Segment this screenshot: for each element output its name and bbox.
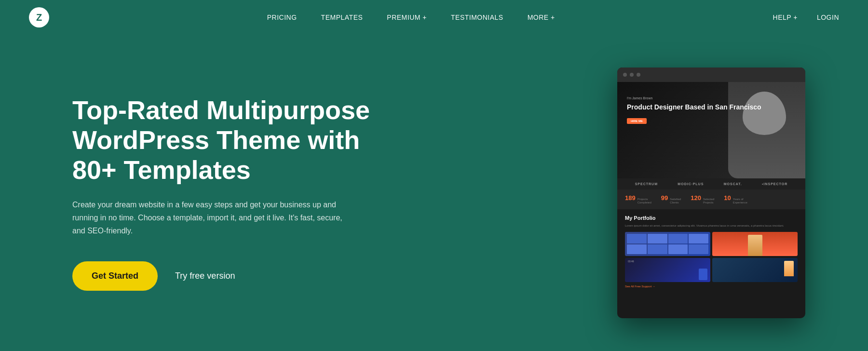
browser-dot-green bbox=[637, 73, 640, 77]
nav-right: HELP + LOGIN bbox=[773, 14, 839, 21]
portfolio-heading: Product Designer Based in San Francisco bbox=[627, 103, 761, 111]
get-started-button[interactable]: Get Started bbox=[72, 261, 158, 291]
stat-num-clients: 99 bbox=[661, 194, 668, 202]
browser-dot-red bbox=[623, 73, 627, 77]
hero-buttons: Get Started Try free version bbox=[72, 261, 410, 291]
stat-projects: 189 ProjectsCompleted bbox=[625, 194, 651, 204]
portfolio-thumb-3: 03:46 bbox=[625, 258, 710, 282]
logo[interactable]: Z bbox=[29, 7, 49, 27]
portfolio-hero: I'm James Brown Product Designer Based i… bbox=[617, 82, 805, 178]
stat-label-projects: ProjectsCompleted bbox=[637, 198, 651, 204]
partner-logo-3: MOSCAT. bbox=[724, 182, 742, 186]
stat-num-selected: 120 bbox=[691, 194, 701, 202]
portfolio-section-title: My Portfolio bbox=[625, 215, 798, 221]
stat-num-years: 10 bbox=[724, 194, 731, 202]
hero-subtitle: Create your dream website in a few easy … bbox=[72, 198, 352, 238]
portfolio-thumb-1 bbox=[625, 232, 710, 256]
partner-logo-2: MODIC·Plus bbox=[678, 182, 704, 186]
hero-content: Top-Rated Multipurpose WordPress Theme w… bbox=[72, 95, 410, 291]
hero-visual: I'm James Brown Product Designer Based i… bbox=[410, 35, 820, 351]
nav-item-help[interactable]: HELP + bbox=[773, 14, 798, 21]
nav-item-premium[interactable]: PREMIUM + bbox=[387, 14, 427, 21]
stat-clients: 99 SatisfiedClients bbox=[661, 194, 681, 204]
stat-selected: 120 SelectedProjects bbox=[691, 194, 714, 204]
navbar: Z PRICING TEMPLATES PREMIUM + TESTIMONIA… bbox=[0, 0, 868, 35]
portfolio-name-label: I'm James Brown bbox=[627, 96, 761, 100]
browser-body: I'm James Brown Product Designer Based i… bbox=[617, 82, 805, 318]
stats-bar: 189 ProjectsCompleted 99 SatisfiedClient… bbox=[617, 189, 805, 209]
nav-center: PRICING TEMPLATES PREMIUM + TESTIMONIALS… bbox=[267, 14, 555, 21]
portfolio-thumb-4 bbox=[712, 258, 798, 282]
nav-item-testimonials[interactable]: TESTIMONIALS bbox=[451, 14, 503, 21]
nav-item-pricing[interactable]: PRICING bbox=[267, 14, 297, 21]
nav-item-more[interactable]: MORE + bbox=[528, 14, 555, 21]
portfolio-description: Lorem ipsum dolor sit amet, consectetur … bbox=[625, 224, 798, 228]
partner-logos-bar: SPECTRUM MODIC·Plus MOSCAT. •Inspector bbox=[617, 178, 805, 189]
stat-label-selected: SelectedProjects bbox=[703, 198, 714, 204]
hero-title: Top-Rated Multipurpose WordPress Theme w… bbox=[72, 95, 410, 185]
portfolio-thumb-2 bbox=[712, 232, 798, 256]
nav-item-login[interactable]: LOGIN bbox=[817, 14, 839, 21]
portfolio-cta-button: HIRE ME bbox=[627, 118, 647, 124]
try-free-button[interactable]: Try free version bbox=[175, 271, 235, 281]
portfolio-grid: 03:46 bbox=[625, 232, 798, 282]
partner-logo-4: •Inspector bbox=[762, 182, 787, 186]
stat-num-projects: 189 bbox=[625, 194, 636, 202]
stat-years: 10 Years ofExperience bbox=[724, 194, 747, 204]
stat-label-years: Years ofExperience bbox=[733, 198, 747, 204]
portfolio-see-all-link[interactable]: See All Free Support → bbox=[625, 285, 798, 288]
nav-item-templates[interactable]: TEMPLATES bbox=[321, 14, 363, 21]
portfolio-section: My Portfolio Lorem ipsum dolor sit amet,… bbox=[617, 209, 805, 294]
main-mockup: I'm James Brown Product Designer Based i… bbox=[617, 68, 805, 318]
browser-titlebar bbox=[617, 68, 805, 82]
stat-label-clients: SatisfiedClients bbox=[670, 198, 681, 204]
partner-logo-1: SPECTRUM bbox=[635, 182, 658, 186]
hero-section: Top-Rated Multipurpose WordPress Theme w… bbox=[0, 35, 868, 351]
browser-dot-yellow bbox=[630, 73, 634, 77]
portfolio-overlay-text: I'm James Brown Product Designer Based i… bbox=[627, 96, 761, 124]
